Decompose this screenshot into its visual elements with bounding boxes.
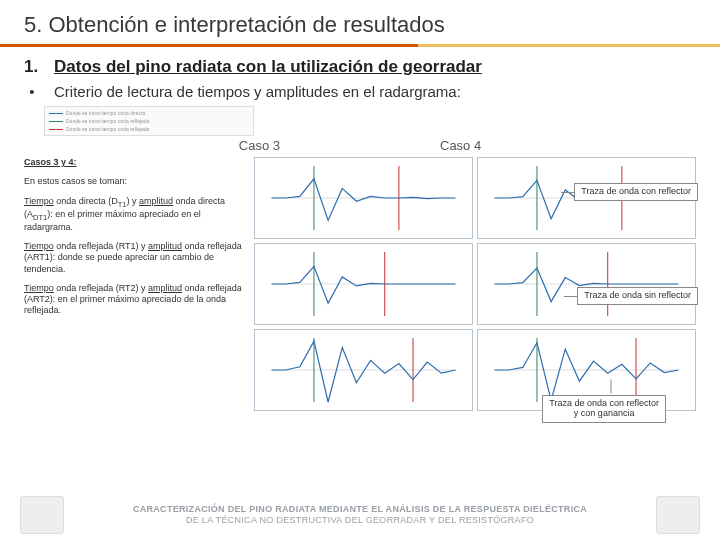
notes-p4: Tiempo onda reflejada (RT2) y amplitud o… bbox=[24, 283, 244, 317]
callout-reflector-gain: Traza de onda con reflector y con gananc… bbox=[542, 395, 666, 423]
callout-no-reflector: Traza de onda sin reflector bbox=[577, 287, 698, 305]
legend-line-icon bbox=[49, 113, 63, 114]
accent-bar bbox=[0, 44, 720, 47]
bullet-text: Criterio de lectura de tiempos y amplitu… bbox=[54, 83, 461, 100]
notes-p2: Tiempo onda directa (DT1) y amplitud ond… bbox=[24, 196, 244, 234]
footer: CARACTERIZACIÓN DEL PINO RADIATA MEDIANT… bbox=[0, 496, 720, 534]
notes-heading: Casos 3 y 4: bbox=[24, 157, 244, 168]
logo-right bbox=[656, 496, 700, 534]
notes-p3: Tiempo onda reflejada (RT1) y amplitud o… bbox=[24, 241, 244, 275]
body: 1. Datos del pino radiata con la utiliza… bbox=[0, 57, 720, 136]
bullet-icon: • bbox=[24, 83, 40, 100]
chart-0 bbox=[254, 157, 473, 239]
legend-row-1: Donde se toma tiempo onda reflejada bbox=[49, 118, 249, 124]
section-heading-row: 1. Datos del pino radiata con la utiliza… bbox=[24, 57, 696, 77]
section-heading: Datos del pino radiata con la utilizació… bbox=[54, 57, 482, 77]
slide: 5. Obtención e interpretación de resulta… bbox=[0, 0, 720, 540]
section-number: 1. bbox=[24, 57, 40, 77]
chart-3 bbox=[477, 243, 696, 325]
slide-title: 5. Obtención e interpretación de resulta… bbox=[0, 0, 720, 44]
notes-p1: En estos casos se toman: bbox=[24, 176, 244, 187]
chart-2 bbox=[254, 243, 473, 325]
legend-line-icon bbox=[49, 121, 63, 122]
legend-line-icon bbox=[49, 129, 63, 130]
callout-reflector: Traza de onda con reflector bbox=[574, 183, 698, 201]
legend-figure: Donde se toma tiempo onda directa Donde … bbox=[44, 106, 696, 136]
legend-box: Donde se toma tiempo onda directa Donde … bbox=[44, 106, 254, 136]
notes-column: Casos 3 y 4: En estos casos se toman: Ti… bbox=[24, 157, 244, 411]
legend-row-0: Donde se toma tiempo onda directa bbox=[49, 110, 249, 116]
case3-label: Caso 3 bbox=[239, 138, 280, 153]
case4-label: Caso 4 bbox=[440, 138, 481, 153]
logo-left bbox=[20, 496, 64, 534]
section-bullet-row: • Criterio de lectura de tiempos y ampli… bbox=[24, 83, 696, 100]
footer-text: CARACTERIZACIÓN DEL PINO RADIATA MEDIANT… bbox=[64, 504, 656, 527]
chart-4 bbox=[254, 329, 473, 411]
main-area: Casos 3 y 4: En estos casos se toman: Ti… bbox=[0, 157, 720, 411]
legend-row-2: Donde se toma tiempo onda reflejada bbox=[49, 126, 249, 132]
charts-column: Traza de onda con reflector Traza de ond… bbox=[254, 157, 696, 411]
case-labels: Caso 3 Caso 4 bbox=[0, 138, 720, 153]
